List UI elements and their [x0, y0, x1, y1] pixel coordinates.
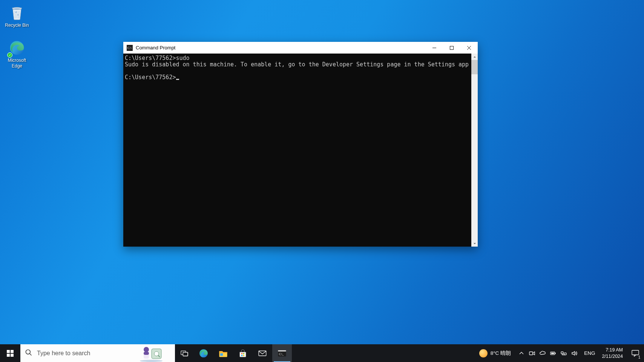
search-placeholder: Type here to search: [37, 350, 170, 357]
taskbar-app-file-explorer[interactable]: [213, 344, 233, 362]
taskbar: Type here to search: [0, 344, 644, 362]
scroll-track[interactable]: [471, 60, 478, 240]
scroll-down-button[interactable]: [471, 240, 478, 247]
cursor-icon: [176, 79, 179, 80]
volume-icon[interactable]: [570, 344, 579, 362]
svg-rect-7: [7, 350, 10, 353]
svg-line-12: [30, 353, 32, 355]
svg-rect-21: [183, 352, 188, 356]
desktop-icon-label: Microsoft Edge: [2, 58, 32, 69]
svg-rect-35: [555, 353, 556, 354]
start-button[interactable]: [0, 344, 20, 362]
console-line: Sudo is disabled on this machine. To ena…: [125, 61, 469, 68]
scroll-up-button[interactable]: [471, 54, 478, 60]
notification-badge: 1: [637, 355, 642, 360]
network-icon[interactable]: [559, 344, 568, 362]
svg-point-11: [26, 350, 31, 354]
command-prompt-window: C:\ Command Prompt C:\Users\77562>sudo S…: [123, 42, 478, 247]
window-title: Command Prompt: [136, 45, 175, 51]
task-view-button[interactable]: [175, 344, 194, 362]
desktop-icons: Recycle Bin Mi: [2, 4, 32, 69]
weather-text: 8°C 晴朗: [491, 350, 511, 357]
battery-icon[interactable]: [549, 344, 558, 362]
svg-rect-24: [220, 353, 223, 356]
taskbar-app-cmd[interactable]: C:\_: [272, 344, 292, 362]
svg-rect-8: [11, 350, 14, 353]
recycle-bin-icon: [8, 4, 26, 22]
svg-rect-26: [243, 353, 244, 354]
svg-rect-31: [278, 350, 286, 351]
clock[interactable]: 7:19 AM 2/11/2024: [598, 344, 627, 362]
close-button[interactable]: [460, 42, 478, 54]
taskbar-app-store[interactable]: [233, 344, 253, 362]
taskbar-app-edge[interactable]: [194, 344, 213, 362]
svg-rect-39: [632, 350, 639, 355]
console-output[interactable]: C:\Users\77562>sudo Sudo is disabled on …: [123, 54, 471, 247]
console-prompt: C:\Users\77562>: [125, 74, 176, 81]
action-center-button[interactable]: 1: [627, 344, 644, 362]
scroll-thumb[interactable]: [471, 60, 478, 74]
svg-rect-9: [7, 354, 10, 357]
clock-time: 7:19 AM: [606, 347, 623, 353]
sun-icon: [479, 349, 488, 357]
svg-rect-33: [529, 352, 533, 355]
weather-widget[interactable]: 8°C 晴朗: [475, 344, 515, 362]
desktop-icon-label: Recycle Bin: [5, 23, 29, 28]
taskbar-app-mail[interactable]: [253, 344, 272, 362]
vertical-scrollbar[interactable]: [471, 54, 478, 247]
cmd-icon: C:\: [127, 45, 133, 51]
svg-rect-36: [551, 353, 554, 354]
language-indicator[interactable]: ENG: [581, 344, 598, 362]
onedrive-icon[interactable]: [538, 344, 547, 362]
svg-rect-37: [561, 352, 563, 354]
console-line: C:\Users\77562>sudo: [125, 55, 190, 61]
svg-rect-29: [259, 351, 266, 356]
tray-overflow-button[interactable]: [517, 344, 526, 362]
svg-rect-4: [450, 46, 454, 49]
clock-date: 2/11/2024: [602, 353, 623, 359]
desktop-icon-edge[interactable]: Microsoft Edge: [2, 39, 32, 69]
svg-point-13: [140, 360, 163, 362]
desktop-icon-recycle-bin[interactable]: Recycle Bin: [2, 4, 32, 28]
svg-rect-27: [241, 355, 242, 356]
svg-rect-25: [241, 353, 242, 354]
system-tray: [515, 344, 581, 362]
svg-rect-38: [564, 353, 566, 355]
svg-rect-28: [243, 355, 244, 356]
search-box[interactable]: Type here to search: [20, 344, 175, 362]
svg-text:C:\_: C:\_: [279, 352, 284, 356]
svg-rect-10: [11, 354, 14, 357]
svg-text:C:\: C:\: [127, 46, 132, 50]
meet-now-icon[interactable]: [527, 344, 537, 362]
window-titlebar[interactable]: C:\ Command Prompt: [123, 42, 478, 54]
maximize-button[interactable]: [443, 42, 460, 54]
edge-icon: [8, 39, 26, 57]
minimize-button[interactable]: [426, 42, 443, 54]
search-icon: [25, 349, 32, 358]
